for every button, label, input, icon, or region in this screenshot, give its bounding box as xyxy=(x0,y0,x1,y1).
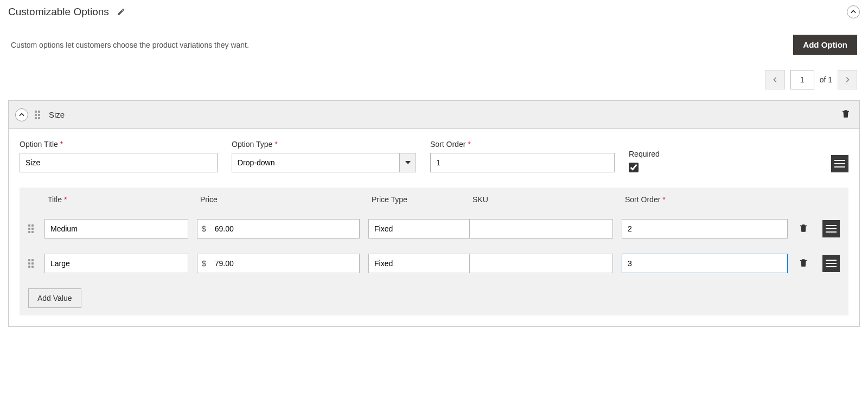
delete-value-button[interactable] xyxy=(796,255,810,272)
add-option-button[interactable]: Add Option xyxy=(793,35,857,55)
add-value-button[interactable]: Add Value xyxy=(28,288,81,308)
page-of-label: of 1 xyxy=(820,75,832,84)
col-sort: Sort Order* xyxy=(625,195,840,204)
col-price-type: Price Type xyxy=(372,195,464,204)
option-type-dropdown-button[interactable] xyxy=(400,153,416,172)
required-checkbox[interactable] xyxy=(629,163,639,172)
value-settings-button[interactable] xyxy=(822,255,840,272)
trash-icon xyxy=(841,108,851,119)
value-sort-input[interactable] xyxy=(622,219,788,239)
page-input[interactable] xyxy=(790,70,814,89)
price-type-select[interactable] xyxy=(368,219,475,239)
value-sku-input[interactable] xyxy=(469,254,613,273)
value-title-input[interactable] xyxy=(44,254,188,273)
required-label: Required xyxy=(629,150,678,158)
value-price-input[interactable] xyxy=(210,220,359,238)
option-title-label: Option Title* xyxy=(20,140,218,149)
value-sort-input[interactable] xyxy=(622,254,788,273)
value-settings-button[interactable] xyxy=(822,220,840,237)
delete-option-button[interactable] xyxy=(839,106,853,123)
col-price: Price xyxy=(200,195,363,204)
drag-handle-icon[interactable] xyxy=(28,224,36,234)
section-description: Custom options let customers choose the … xyxy=(11,41,249,49)
trash-icon xyxy=(799,223,808,234)
drag-handle-icon[interactable] xyxy=(35,110,42,120)
value-row: $ xyxy=(20,246,848,281)
price-type-select[interactable] xyxy=(368,254,475,273)
section-collapse-button[interactable] xyxy=(847,5,860,18)
currency-symbol: $ xyxy=(197,224,210,233)
option-collapse-button[interactable] xyxy=(15,108,28,121)
value-sku-input[interactable] xyxy=(469,219,613,239)
trash-icon xyxy=(799,257,808,268)
option-type-select[interactable] xyxy=(232,153,400,172)
value-row: $ xyxy=(20,211,848,246)
prev-page-button[interactable] xyxy=(765,70,785,89)
option-name: Size xyxy=(49,110,65,119)
option-sort-input[interactable] xyxy=(430,153,615,172)
value-price-input[interactable] xyxy=(210,254,359,273)
drag-handle-icon[interactable] xyxy=(28,259,36,268)
option-title-input[interactable] xyxy=(20,153,218,172)
col-sku: SKU xyxy=(473,195,616,204)
col-title: Title* xyxy=(48,195,192,204)
delete-value-button[interactable] xyxy=(796,221,810,237)
currency-symbol: $ xyxy=(197,259,210,268)
section-title: Customizable Options xyxy=(8,6,109,18)
edit-icon[interactable] xyxy=(117,8,125,16)
option-sort-label: Sort Order* xyxy=(430,140,615,149)
value-title-input[interactable] xyxy=(44,219,188,239)
option-type-label: Option Type* xyxy=(232,140,416,149)
next-page-button[interactable] xyxy=(838,70,857,89)
option-settings-button[interactable] xyxy=(831,155,848,172)
